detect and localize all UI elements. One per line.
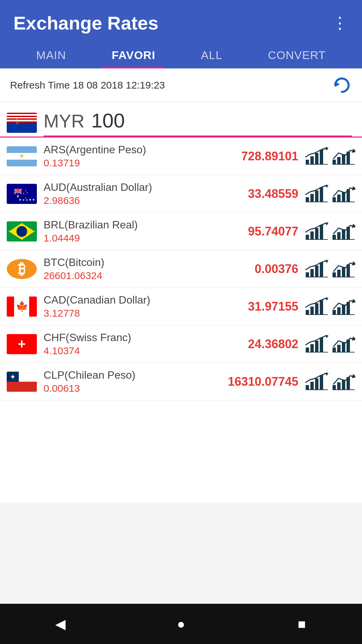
svg-rect-20	[333, 197, 336, 202]
list-item[interactable]: ₿ BTC(Bitcoin) 26601.06324 0.00376	[0, 250, 362, 288]
chart-icons-chf	[305, 335, 355, 353]
chart-icons-clp	[305, 372, 355, 391]
currency-info-ars: ARS(Argentine Peso) 0.13719	[44, 144, 241, 169]
line-chart-icon-aud	[332, 184, 355, 203]
flag-cad	[7, 297, 37, 317]
svg-rect-68	[333, 347, 336, 352]
tab-main[interactable]: MAIN	[26, 42, 76, 68]
currency-rate-chf: 4.10374	[44, 345, 248, 357]
svg-rect-77	[320, 375, 323, 390]
bar-chart-icon-chf	[305, 335, 328, 353]
chart-icons-brl	[305, 222, 355, 240]
svg-rect-17	[320, 187, 323, 202]
currency-info-brl: BRL(Brazilian Real) 1.04449	[44, 219, 248, 244]
currency-info-clp: CLP(Chilean Peso) 0.00613	[44, 369, 228, 394]
menu-icon[interactable]: ⋮	[332, 15, 349, 31]
currency-rate-brl: 1.04449	[44, 232, 248, 244]
svg-rect-16	[315, 191, 318, 202]
currency-name-cad: CAD(Canadian Dollar)	[44, 294, 248, 306]
svg-rect-62	[306, 347, 309, 352]
svg-marker-55	[325, 298, 328, 301]
home-button[interactable]: ●	[168, 610, 194, 637]
svg-rect-29	[320, 225, 323, 239]
tabs-bar: MAIN FAVORI ALL CONVERT	[13, 42, 349, 68]
bottom-navigation-bar: ◀ ● ■	[0, 604, 362, 644]
svg-rect-69	[337, 345, 341, 352]
refresh-button[interactable]	[332, 75, 352, 95]
svg-rect-51	[310, 307, 314, 315]
bar-chart-icon-brl	[305, 222, 328, 240]
svg-rect-28	[315, 228, 318, 239]
svg-rect-38	[306, 272, 309, 277]
tab-all[interactable]: ALL	[191, 42, 233, 68]
flag-brl	[7, 221, 37, 241]
currency-rate-aud: 2.98636	[44, 195, 248, 206]
currency-name-aud: AUD(Australian Dollar)	[44, 181, 248, 194]
chart-icons-btc	[305, 260, 355, 278]
spacer	[0, 502, 362, 604]
svg-rect-2	[310, 156, 314, 164]
currency-value-clp: 16310.07745	[228, 375, 298, 389]
svg-rect-76	[315, 378, 318, 390]
svg-rect-58	[342, 305, 345, 315]
svg-rect-45	[337, 270, 341, 277]
svg-rect-34	[342, 229, 345, 239]
currency-info-aud: AUD(Australian Dollar) 2.98636	[44, 181, 248, 206]
svg-rect-27	[310, 231, 314, 239]
svg-rect-63	[310, 344, 314, 352]
tab-favori[interactable]: FAVORI	[102, 42, 165, 68]
svg-rect-75	[310, 382, 314, 390]
list-item[interactable]: CAD(Canadian Dollar) 3.12778 31.97155	[0, 288, 362, 325]
currency-value-ars: 728.89101	[241, 149, 298, 163]
currency-rate-ars: 0.13719	[44, 157, 241, 169]
flag-ars	[7, 146, 37, 166]
recent-button[interactable]: ■	[288, 610, 315, 637]
svg-marker-31	[325, 223, 328, 225]
list-item[interactable]: BRL(Brazilian Real) 1.04449 95.74077	[0, 213, 362, 250]
line-chart-icon-ars	[332, 147, 355, 165]
svg-rect-82	[342, 380, 345, 390]
base-currency-row: MYR100	[0, 102, 362, 138]
bar-chart-icon-btc	[305, 260, 328, 278]
svg-rect-33	[337, 232, 341, 239]
list-item[interactable]: ARS(Argentine Peso) 0.13719 728.89101	[0, 138, 362, 175]
svg-marker-0	[335, 82, 340, 87]
currency-value-chf: 24.36802	[248, 337, 298, 351]
svg-rect-22	[342, 192, 345, 202]
currency-name-clp: CLP(Chilean Peso)	[44, 369, 228, 381]
bar-chart-icon-clp	[305, 372, 328, 391]
svg-rect-50	[306, 310, 309, 315]
flag-aud	[7, 184, 37, 204]
flag-chf: +	[7, 334, 37, 354]
svg-rect-56	[333, 310, 336, 315]
svg-rect-21	[337, 195, 341, 202]
list-item[interactable]: CLP(Chilean Peso) 0.00613 16310.07745	[0, 363, 362, 400]
list-item[interactable]: AUD(Australian Dollar) 2.98636 33.48559	[0, 175, 362, 213]
currency-rate-btc: 26601.06324	[44, 270, 255, 281]
svg-rect-81	[337, 382, 341, 390]
back-button[interactable]: ◀	[47, 610, 74, 637]
line-chart-icon-clp	[332, 372, 355, 391]
currency-name-btc: BTC(Bitcoin)	[44, 256, 255, 269]
tab-convert[interactable]: CONVERT	[258, 42, 336, 68]
app-title: Exchange Rates	[13, 12, 159, 34]
currency-value-brl: 95.74077	[248, 224, 298, 238]
list-item[interactable]: + CHF(Swiss Franc) 4.10374 24.36802	[0, 325, 362, 363]
base-amount[interactable]: MYR100	[44, 109, 352, 137]
svg-rect-40	[315, 266, 318, 277]
svg-rect-70	[342, 342, 345, 352]
svg-rect-80	[333, 385, 336, 390]
refresh-bar: Refresh Time 18 08 2018 12:19:23	[0, 68, 362, 102]
flag-btc: ₿	[7, 259, 37, 279]
flag-clp	[7, 372, 37, 392]
svg-rect-53	[320, 300, 323, 315]
svg-rect-3	[315, 153, 318, 164]
currency-info-btc: BTC(Bitcoin) 26601.06324	[44, 256, 255, 281]
svg-rect-46	[342, 267, 345, 277]
bar-chart-icon-cad	[305, 297, 328, 316]
currency-rate-cad: 3.12778	[44, 308, 248, 319]
base-flag-myr	[7, 113, 37, 133]
currency-info-chf: CHF(Swiss Franc) 4.10374	[44, 331, 248, 357]
svg-rect-41	[320, 262, 323, 277]
currency-rate-clp: 0.00613	[44, 383, 228, 394]
